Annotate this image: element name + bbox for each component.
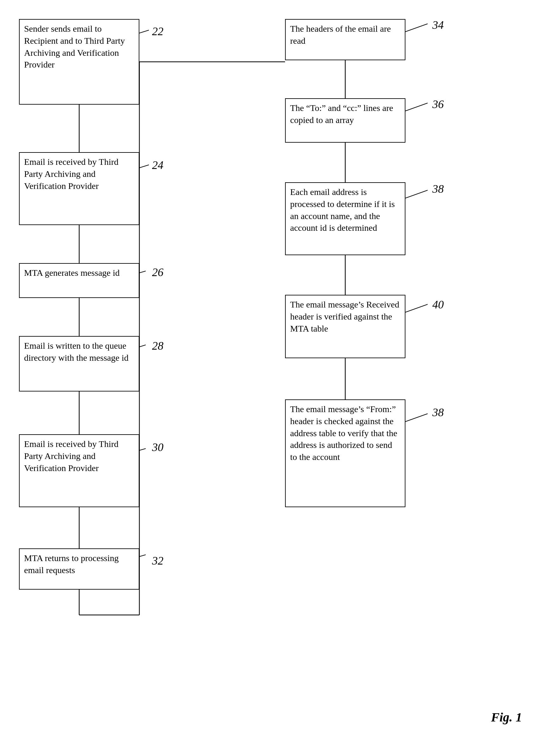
- ref-22: 22: [152, 25, 163, 38]
- svg-line-19: [406, 24, 428, 32]
- ref-34: 34: [432, 18, 444, 32]
- box-30: Email is received by Third Party Archivi…: [19, 434, 139, 507]
- box-36: The “To:” and “cc:” lines are copied to …: [285, 98, 406, 143]
- ref-24: 24: [152, 158, 163, 172]
- svg-line-20: [406, 103, 428, 111]
- box-34: The headers of the email are read: [285, 19, 406, 60]
- box-32: MTA returns to processing email requests: [19, 548, 139, 590]
- box-24: Email is received by Third Party Archivi…: [19, 152, 139, 225]
- ref-32: 32: [152, 554, 163, 567]
- ref-40: 40: [432, 298, 444, 311]
- svg-line-23: [406, 414, 428, 421]
- ref-26: 26: [152, 265, 163, 279]
- ref-38b: 38: [432, 406, 444, 419]
- box-28: Email is written to the queue directory …: [19, 336, 139, 392]
- ref-38a: 38: [432, 182, 444, 196]
- svg-line-22: [406, 304, 428, 312]
- svg-line-21: [406, 190, 428, 198]
- box-26: MTA generates message id: [19, 263, 139, 298]
- box-40: The email message’s Received header is v…: [285, 295, 406, 358]
- box-22: Sender sends email to Recipient and to T…: [19, 19, 139, 105]
- ref-30: 30: [152, 441, 163, 454]
- ref-28: 28: [152, 339, 163, 353]
- box-38a: Each email address is processed to deter…: [285, 182, 406, 255]
- box-38b: The email message’s “From:” header is ch…: [285, 399, 406, 507]
- ref-36: 36: [432, 98, 444, 111]
- diagram-container: Sender sends email to Recipient and to T…: [0, 0, 560, 750]
- figure-label: Fig. 1: [491, 710, 522, 725]
